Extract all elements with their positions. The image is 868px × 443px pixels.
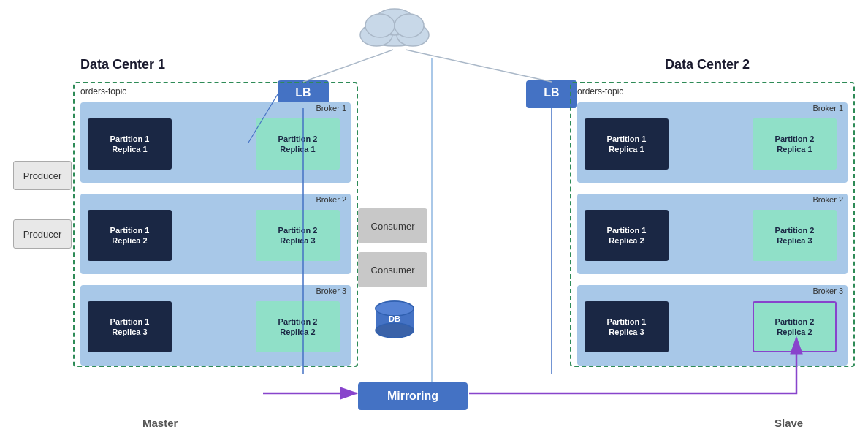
diagram-container: Data Center 1 Data Center 2 LB LB orders… (0, 0, 868, 443)
svg-point-5 (395, 14, 424, 37)
dc1-broker2-label: Broker 2 (80, 194, 351, 204)
svg-text:DB: DB (389, 314, 400, 323)
dc2-p2r3: Partition 2Replica 3 (753, 210, 837, 261)
dc1-label: Data Center 1 (80, 57, 165, 72)
dc2-p2r2: Partition 2Replica 2 (753, 301, 837, 352)
producer-2: Producer (13, 219, 72, 249)
producer-1: Producer (13, 161, 72, 190)
divider-line (431, 58, 433, 409)
svg-line-18 (406, 50, 552, 82)
dc2-orders-topic-label: orders-topic (577, 86, 623, 96)
slave-label: Slave (774, 417, 803, 429)
svg-point-4 (365, 14, 395, 37)
dc2-broker1-label: Broker 1 (577, 102, 848, 113)
master-label: Master (142, 417, 178, 429)
svg-line-17 (303, 50, 393, 82)
dc1-p2r1: Partition 2Replica 1 (256, 118, 340, 170)
dc2-p2r1: Partition 2Replica 1 (753, 118, 837, 170)
svg-point-8 (376, 323, 414, 338)
dc2-broker1-section: Broker 1 Partition 1Replica 1 Partition … (577, 102, 848, 183)
dc1-broker2-section: Broker 2 Partition 1Replica 2 Partition … (80, 194, 351, 274)
svg-point-9 (376, 301, 414, 316)
dc1-p1r3: Partition 1Replica 3 (88, 301, 172, 352)
consumer-2: Consumer (358, 252, 427, 287)
dc2-broker3-label: Broker 3 (577, 285, 848, 295)
mirroring-box: Mirroring (358, 382, 468, 410)
dc1-p1r1: Partition 1Replica 1 (88, 118, 172, 170)
dc1-p2r2: Partition 2Replica 2 (256, 301, 340, 352)
dc2-broker2-section: Broker 2 Partition 1Replica 2 Partition … (577, 194, 848, 274)
dc1-broker1-section: Broker 1 Partition 1Replica 1 Partition … (80, 102, 351, 183)
dc1-broker1-label: Broker 1 (80, 102, 351, 113)
dc1-p2r3: Partition 2Replica 3 (256, 210, 340, 261)
dc1-broker3-label: Broker 3 (80, 285, 351, 295)
dc1-orders-topic-label: orders-topic (80, 86, 126, 96)
cloud-icon (351, 7, 438, 51)
dc2-p1r2: Partition 1Replica 2 (585, 210, 669, 261)
dc1-broker3-section: Broker 3 Partition 1Replica 3 Partition … (80, 285, 351, 366)
dc2-p1r1: Partition 1Replica 1 (585, 118, 669, 170)
consumer-1: Consumer (358, 208, 427, 243)
dc2-p1r3: Partition 1Replica 3 (585, 301, 669, 352)
dc2-label: Data Center 2 (665, 57, 750, 72)
dc2-broker2-label: Broker 2 (577, 194, 848, 204)
dc2-broker3-section: Broker 3 Partition 1Replica 3 Partition … (577, 285, 848, 366)
dc1-p1r2: Partition 1Replica 2 (88, 210, 172, 261)
db-icon: DB (373, 300, 416, 343)
